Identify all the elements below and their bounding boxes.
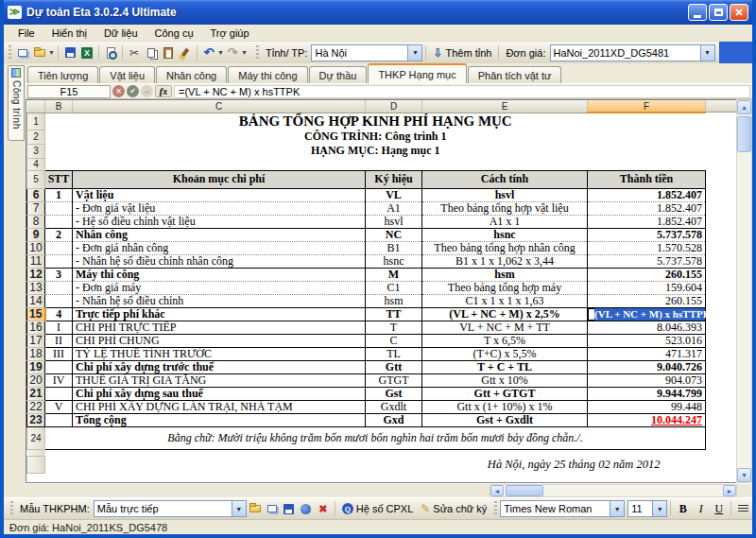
grid-cell[interactable]: THUẾ GIÁ TRỊ GIA TĂNG xyxy=(73,373,366,387)
grid-cell[interactable]: - Đơn giá máy xyxy=(73,281,366,294)
column-header-B[interactable]: B xyxy=(45,100,73,113)
row-header[interactable]: 6 xyxy=(27,188,45,201)
grid-cell[interactable]: I xyxy=(45,321,73,334)
grid-cell[interactable]: 904.073 xyxy=(588,373,706,387)
row-header[interactable]: 12 xyxy=(27,268,45,281)
copy-button[interactable] xyxy=(143,44,160,61)
empty-row[interactable] xyxy=(45,158,706,170)
grid-cell[interactable]: Chi phí xây dựng trước thuế xyxy=(73,360,366,373)
grid-cell[interactable]: Gxd xyxy=(366,413,422,426)
grid-cell[interactable]: - Nhân hệ số điều chỉnh nhân công xyxy=(73,254,366,268)
row-header[interactable]: 9 xyxy=(27,228,45,241)
grid-cell[interactable]: CHI PHÍ TRỰC TIẾP xyxy=(73,321,366,334)
grid-cell[interactable] xyxy=(45,201,73,215)
amount-in-words[interactable]: Bằng chữ: Mười triệu không trăm bốn mươi… xyxy=(45,426,706,449)
scroll-down-button[interactable]: ▼ xyxy=(737,468,751,482)
row-header[interactable]: 23 xyxy=(27,413,45,426)
corner-cell[interactable] xyxy=(27,100,45,113)
row-header[interactable]: 16 xyxy=(27,321,45,334)
grid-cell[interactable]: Nhân công xyxy=(73,228,366,241)
header-symbol[interactable]: Ký hiệu xyxy=(366,170,422,188)
formula-input[interactable]: =(VL + NC + M) x hsTTPK xyxy=(174,85,750,98)
grid-cell[interactable]: 2 xyxy=(45,228,73,241)
grid-cell[interactable]: II xyxy=(45,334,73,347)
cut-button[interactable]: ✂ xyxy=(126,44,143,61)
grid-cell[interactable]: hsvl xyxy=(366,215,422,228)
menu-tools[interactable]: Công cụ xyxy=(146,26,202,41)
save-button[interactable] xyxy=(61,44,78,61)
grid-cell[interactable]: C1 x 1 x 1 x 1,63 xyxy=(422,294,588,307)
row-header[interactable]: 4 xyxy=(27,158,45,170)
close-button[interactable]: ✕ xyxy=(730,4,748,21)
grid-cell[interactable]: 159.604 xyxy=(588,281,706,294)
project-panel-tab[interactable]: Công trình xyxy=(8,65,25,141)
grid-cell[interactable]: VL xyxy=(366,188,422,201)
selected-cell-formula[interactable]: =(VL + NC + M) x hsTTPK xyxy=(594,308,705,321)
grid-cell[interactable]: T x 6,5% xyxy=(422,334,588,347)
tab-phan-tich-vat-tu[interactable]: Phân tích vật tư xyxy=(468,66,562,83)
grid-cell[interactable]: hsvl xyxy=(422,188,588,201)
menu-help[interactable]: Trợ giúp xyxy=(202,26,258,41)
grand-total-value[interactable]: 10.044.247 xyxy=(588,413,706,426)
grid-cell[interactable]: 5.737.578 xyxy=(588,228,706,241)
grid-cell[interactable]: Gtt x 10% xyxy=(422,373,588,387)
print-preview-button[interactable] xyxy=(102,44,119,61)
header-stt[interactable]: STT xyxy=(45,170,73,188)
grid-cell[interactable] xyxy=(45,360,73,373)
grid-cell[interactable]: Tổng cộng xyxy=(73,413,366,426)
tab-thkp-hang-muc[interactable]: THKP Hạng mục xyxy=(368,63,466,83)
row-header[interactable]: 2 xyxy=(27,130,45,144)
grid-cell[interactable]: T + C + TL xyxy=(422,360,588,373)
row-header[interactable]: 20 xyxy=(27,373,45,387)
grid-cell[interactable]: V xyxy=(45,400,73,413)
row-header[interactable]: 11 xyxy=(27,254,45,268)
minimize-button[interactable] xyxy=(688,4,707,21)
grid-cell[interactable] xyxy=(45,215,73,228)
template-dropdown-button[interactable]: ▼ xyxy=(232,501,246,516)
grid-cell[interactable]: 3 xyxy=(45,268,73,281)
scroll-right-button[interactable]: ► xyxy=(723,485,736,496)
grid-cell[interactable]: 9.040.726 xyxy=(588,360,706,373)
row-header[interactable]: 22 xyxy=(27,400,45,413)
grid-cell[interactable]: III xyxy=(45,347,73,360)
grid-cell[interactable]: CHI PHÍ CHUNG xyxy=(73,334,366,347)
grid-cell[interactable]: TL xyxy=(366,347,422,360)
grid-cell[interactable]: 4 xyxy=(45,307,73,321)
import-template-button[interactable] xyxy=(264,500,281,517)
row-header-selected[interactable]: 15 xyxy=(27,307,45,321)
cancel-entry-button[interactable]: ✕ xyxy=(112,85,125,97)
grid-cell[interactable]: Trực tiếp phí khác xyxy=(73,307,366,321)
toolbar-grip[interactable] xyxy=(255,45,259,61)
toolbar-grip[interactable] xyxy=(8,45,11,61)
grid-cell[interactable] xyxy=(45,294,73,307)
grid-cell[interactable]: NC xyxy=(366,228,422,241)
save-template-button[interactable] xyxy=(281,500,298,517)
align-center-button[interactable] xyxy=(751,500,756,517)
grid-cell[interactable]: - Hệ số điều chỉnh vật liệu xyxy=(73,215,366,228)
unit-price-dropdown-button[interactable]: ▼ xyxy=(700,45,714,61)
open-template-button[interactable] xyxy=(247,500,264,517)
insert-function-button[interactable]: fx xyxy=(155,85,172,97)
confirm-entry-button[interactable]: ✔ xyxy=(127,85,139,97)
grid-cell[interactable]: (T+C) x 5,5% xyxy=(422,347,588,360)
grid-cell[interactable]: 1.852.407 xyxy=(588,188,706,201)
grid-cell[interactable]: Vật liệu xyxy=(73,188,366,201)
grid-cell[interactable]: - Đơn giá nhân công xyxy=(73,241,366,254)
grid-cell[interactable]: Gtt x (1+ 10%) x 1% xyxy=(422,400,588,413)
grid-cell[interactable]: GTGT xyxy=(366,373,422,387)
vertical-scroll-thumb[interactable] xyxy=(737,116,751,152)
grid-cell[interactable]: M xyxy=(366,268,422,281)
selected-cell-F15[interactable]: =(VL + NC + M) x hsTTPK xyxy=(588,307,706,321)
grid-cell[interactable]: hsnc xyxy=(422,228,588,241)
row-header[interactable]: 3 xyxy=(27,144,45,158)
grid-cell[interactable]: Chi phí xây dựng sau thuế xyxy=(73,387,366,400)
grid-cell[interactable]: TT xyxy=(366,307,422,321)
grid-cell[interactable]: Gst xyxy=(366,387,422,400)
add-province-button[interactable]: ⇩ Thêm tỉnh xyxy=(429,45,495,61)
tab-tien-luong[interactable]: Tiên lượng xyxy=(27,66,98,83)
grid-cell[interactable]: 8.046.393 xyxy=(588,321,706,334)
open-button[interactable] xyxy=(31,44,48,61)
row-header[interactable]: 18 xyxy=(27,347,45,360)
cell-name-box[interactable]: F15 xyxy=(27,85,111,98)
row-header[interactable] xyxy=(27,456,45,473)
